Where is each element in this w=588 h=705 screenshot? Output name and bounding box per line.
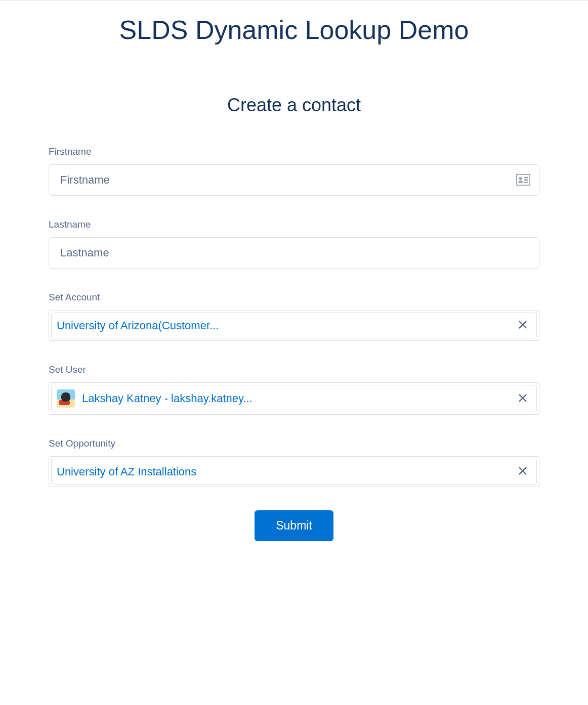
account-pill: University of Arizona(Customer... xyxy=(51,313,537,338)
svg-rect-4 xyxy=(524,182,528,183)
close-icon xyxy=(517,392,528,405)
lastname-input-wrapper xyxy=(49,237,539,269)
close-icon xyxy=(517,465,528,478)
firstname-input[interactable] xyxy=(49,164,539,196)
account-pill-remove-button[interactable] xyxy=(515,317,530,334)
svg-rect-2 xyxy=(524,177,528,179)
opportunity-group: Set Opportunity University of AZ Install… xyxy=(49,438,539,487)
user-pill-label: Lakshay Katney - lakshay.katney... xyxy=(82,392,253,405)
opportunity-pill-label: University of AZ Installations xyxy=(57,465,196,478)
submit-button[interactable]: Submit xyxy=(255,510,333,541)
account-pill-left: University of Arizona(Customer... xyxy=(57,319,219,332)
submit-row: Submit xyxy=(49,510,539,541)
opportunity-pill-remove-button[interactable] xyxy=(515,463,530,480)
svg-rect-3 xyxy=(524,179,528,181)
opportunity-label: Set Opportunity xyxy=(49,438,539,449)
account-label: Set Account xyxy=(49,292,539,303)
form-subtitle: Create a contact xyxy=(49,49,539,146)
page-title: SLDS Dynamic Lookup Demo xyxy=(0,1,588,49)
firstname-label: Firstname xyxy=(49,146,539,157)
account-group: Set Account University of Arizona(Custom… xyxy=(49,292,539,341)
user-pill-container[interactable]: Lakshay Katney - lakshay.katney... xyxy=(49,382,539,415)
svg-point-1 xyxy=(519,177,522,180)
user-pill: Lakshay Katney - lakshay.katney... xyxy=(51,385,537,412)
user-label: Set User xyxy=(49,364,539,375)
user-pill-remove-button[interactable] xyxy=(515,390,530,407)
lastname-label: Lastname xyxy=(49,219,539,230)
firstname-group: Firstname xyxy=(49,146,539,196)
user-avatar-icon xyxy=(57,389,75,408)
contact-card-icon xyxy=(516,174,530,186)
close-icon xyxy=(517,319,528,332)
account-pill-container[interactable]: University of Arizona(Customer... xyxy=(49,310,539,341)
form-container: Create a contact Firstname Lastname xyxy=(0,49,588,541)
user-group: Set User Lakshay Katney - lakshay.katney… xyxy=(49,364,539,415)
lastname-input[interactable] xyxy=(49,237,539,269)
opportunity-pill-container[interactable]: University of AZ Installations xyxy=(49,456,539,487)
opportunity-pill: University of AZ Installations xyxy=(51,459,537,484)
account-pill-label: University of Arizona(Customer... xyxy=(57,319,219,332)
firstname-input-wrapper xyxy=(49,164,539,196)
opportunity-pill-left: University of AZ Installations xyxy=(57,465,196,478)
user-pill-left: Lakshay Katney - lakshay.katney... xyxy=(57,389,253,408)
lastname-group: Lastname xyxy=(49,219,539,269)
